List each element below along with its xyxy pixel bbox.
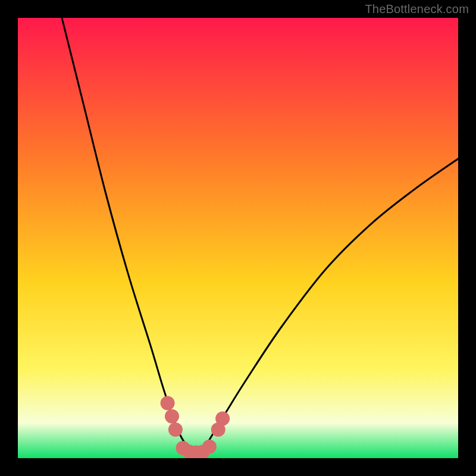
curve-marker (161, 396, 175, 411)
curve-marker (202, 440, 217, 454)
curve-layer (18, 18, 458, 458)
curve-marker (168, 422, 183, 437)
outer-frame: TheBottleneck.com (0, 0, 476, 476)
bottleneck-curve (62, 18, 458, 454)
curve-markers (161, 396, 230, 459)
watermark-text: TheBottleneck.com (365, 2, 469, 16)
curve-marker (215, 411, 230, 425)
plot-area (18, 18, 458, 458)
curve-marker (165, 409, 179, 424)
